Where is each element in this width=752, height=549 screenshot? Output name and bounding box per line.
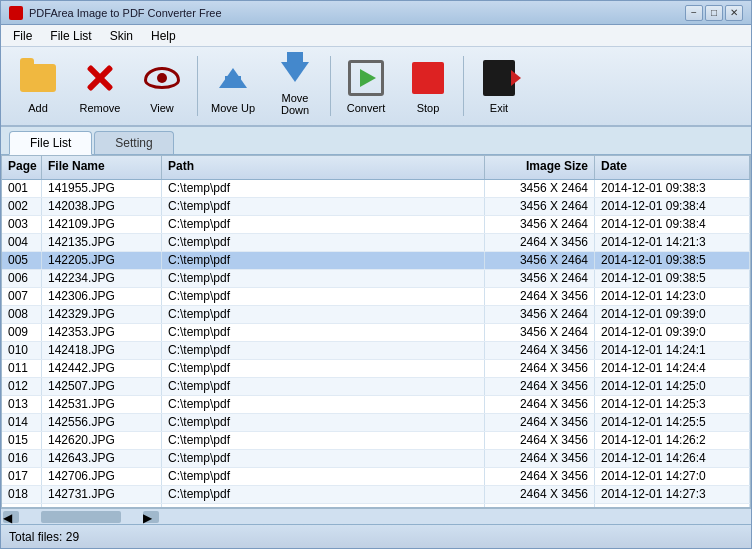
- table-cell: 018: [2, 486, 42, 503]
- folder-icon: [20, 64, 56, 92]
- table-row[interactable]: 001141955.JPGC:\temp\pdf3456 X 24642014-…: [2, 180, 750, 198]
- table-row[interactable]: 011142442.JPGC:\temp\pdf2464 X 34562014-…: [2, 360, 750, 378]
- table-cell: 142731.JPG: [42, 486, 162, 503]
- remove-button[interactable]: Remove: [71, 52, 129, 120]
- table-cell: 3456 X 2464: [485, 252, 595, 269]
- table-cell: 2464 X 3456: [485, 396, 595, 413]
- restore-button[interactable]: □: [705, 5, 723, 21]
- toolbar-separator-3: [463, 56, 464, 116]
- table-cell: 2014-12-01 14:25:5: [595, 414, 750, 431]
- remove-label: Remove: [80, 102, 121, 114]
- table-cell: 2014-12-01 14:26:2: [595, 432, 750, 449]
- close-button[interactable]: ✕: [725, 5, 743, 21]
- table-cell: C:\temp\pdf: [162, 468, 485, 485]
- header-filename: File Name: [42, 156, 162, 179]
- menu-file-list[interactable]: File List: [42, 27, 99, 45]
- toolbar: Add Remove View Move Up: [1, 47, 751, 127]
- table-row[interactable]: 010142418.JPGC:\temp\pdf2464 X 34562014-…: [2, 342, 750, 360]
- exit-icon: [483, 60, 515, 96]
- table-cell: C:\temp\pdf: [162, 396, 485, 413]
- table-cell: 142353.JPG: [42, 324, 162, 341]
- table-cell: 3456 X 2464: [485, 324, 595, 341]
- table-cell: 3456 X 2464: [485, 198, 595, 215]
- arrow-down-icon: [281, 62, 309, 82]
- table-cell: 3456 X 2464: [485, 270, 595, 287]
- table-row[interactable]: 016142643.JPGC:\temp\pdf2464 X 34562014-…: [2, 450, 750, 468]
- table-cell: 2014-12-01 14:25:3: [595, 396, 750, 413]
- table-cell: 142706.JPG: [42, 468, 162, 485]
- table-cell: C:\temp\pdf: [162, 234, 485, 251]
- table-row[interactable]: 007142306.JPGC:\temp\pdf2464 X 34562014-…: [2, 288, 750, 306]
- table-cell: C:\temp\pdf: [162, 288, 485, 305]
- table-cell: 002: [2, 198, 42, 215]
- table-cell: 2464 X 3456: [485, 234, 595, 251]
- table-cell: 016: [2, 450, 42, 467]
- exit-label: Exit: [490, 102, 508, 114]
- table-cell: 142556.JPG: [42, 414, 162, 431]
- table-row[interactable]: 003142109.JPGC:\temp\pdf3456 X 24642014-…: [2, 216, 750, 234]
- table-cell: C:\temp\pdf: [162, 216, 485, 233]
- table-row[interactable]: 005142205.JPGC:\temp\pdf3456 X 24642014-…: [2, 252, 750, 270]
- add-button[interactable]: Add: [9, 52, 67, 120]
- convert-icon: [348, 60, 384, 96]
- table-cell: C:\temp\pdf: [162, 360, 485, 377]
- stop-icon: [412, 62, 444, 94]
- table-cell: 005: [2, 252, 42, 269]
- table-cell: 2464 X 3456: [485, 378, 595, 395]
- view-icon-container: [142, 58, 182, 98]
- horizontal-scrollbar[interactable]: ◀ ▶: [1, 508, 751, 524]
- table-cell: 010: [2, 342, 42, 359]
- file-table: Page File Name Path Image Size Date 0011…: [1, 155, 751, 508]
- table-cell: 142109.JPG: [42, 216, 162, 233]
- table-cell: 2014-12-01 14:24:4: [595, 360, 750, 377]
- view-button[interactable]: View: [133, 52, 191, 120]
- table-cell: 019: [2, 504, 42, 507]
- scroll-right-btn[interactable]: ▶: [143, 511, 159, 523]
- table-row[interactable]: 006142234.JPGC:\temp\pdf3456 X 24642014-…: [2, 270, 750, 288]
- table-cell: 2464 X 3456: [485, 486, 595, 503]
- table-cell: 2014-12-01 14:24:1: [595, 342, 750, 359]
- table-row[interactable]: 008142329.JPGC:\temp\pdf3456 X 24642014-…: [2, 306, 750, 324]
- table-cell: 004: [2, 234, 42, 251]
- table-cell: C:\temp\pdf: [162, 378, 485, 395]
- table-row[interactable]: 018142731.JPGC:\temp\pdf2464 X 34562014-…: [2, 486, 750, 504]
- table-cell: 142329.JPG: [42, 306, 162, 323]
- table-cell: 2014-12-01 09:38:5: [595, 252, 750, 269]
- table-cell: 013: [2, 396, 42, 413]
- menu-skin[interactable]: Skin: [102, 27, 141, 45]
- exit-button[interactable]: Exit: [470, 52, 528, 120]
- menu-file[interactable]: File: [5, 27, 40, 45]
- table-row[interactable]: 013142531.JPGC:\temp\pdf2464 X 34562014-…: [2, 396, 750, 414]
- eye-icon: [144, 67, 180, 89]
- stop-button[interactable]: Stop: [399, 52, 457, 120]
- tab-file-list[interactable]: File List: [9, 131, 92, 155]
- table-cell: 003: [2, 216, 42, 233]
- table-row[interactable]: 017142706.JPGC:\temp\pdf2464 X 34562014-…: [2, 468, 750, 486]
- tab-setting[interactable]: Setting: [94, 131, 173, 154]
- move-down-button[interactable]: Move Down: [266, 52, 324, 120]
- convert-button[interactable]: Convert: [337, 52, 395, 120]
- menu-help[interactable]: Help: [143, 27, 184, 45]
- eye-pupil: [157, 73, 167, 83]
- table-row[interactable]: 019142753.JPGC:\temp\pdf2464 X 34562014-…: [2, 504, 750, 507]
- table-cell: 017: [2, 468, 42, 485]
- table-cell: 142753.JPG: [42, 504, 162, 507]
- table-row[interactable]: 009142353.JPGC:\temp\pdf3456 X 24642014-…: [2, 324, 750, 342]
- table-row[interactable]: 012142507.JPGC:\temp\pdf2464 X 34562014-…: [2, 378, 750, 396]
- table-row[interactable]: 015142620.JPGC:\temp\pdf2464 X 34562014-…: [2, 432, 750, 450]
- minimize-button[interactable]: −: [685, 5, 703, 21]
- main-window: PDFArea Image to PDF Converter Free − □ …: [0, 0, 752, 549]
- table-row[interactable]: 014142556.JPGC:\temp\pdf2464 X 34562014-…: [2, 414, 750, 432]
- scrollbar-thumb[interactable]: [41, 511, 121, 523]
- stop-icon-container: [408, 58, 448, 98]
- table-row[interactable]: 002142038.JPGC:\temp\pdf3456 X 24642014-…: [2, 198, 750, 216]
- table-row[interactable]: 004142135.JPGC:\temp\pdf2464 X 34562014-…: [2, 234, 750, 252]
- table-cell: 2014-12-01 09:38:3: [595, 180, 750, 197]
- table-cell: C:\temp\pdf: [162, 252, 485, 269]
- move-up-button[interactable]: Move Up: [204, 52, 262, 120]
- table-cell: C:\temp\pdf: [162, 414, 485, 431]
- table-cell: C:\temp\pdf: [162, 504, 485, 507]
- table-cell: C:\temp\pdf: [162, 486, 485, 503]
- move-down-icon-container: [275, 56, 315, 88]
- scroll-left-btn[interactable]: ◀: [3, 511, 19, 523]
